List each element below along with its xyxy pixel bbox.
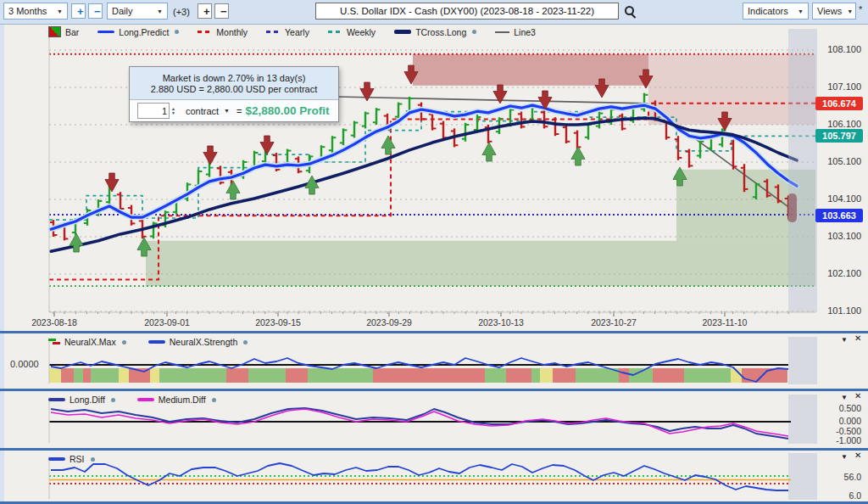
timeframe-select[interactable]: 3 Months ▼: [3, 3, 68, 20]
search-icon[interactable]: [624, 5, 637, 19]
pin-icon[interactable]: *: [859, 4, 862, 14]
legend-label: TCross.Long: [415, 27, 466, 37]
legend-item-yearly[interactable]: Yearly: [266, 27, 309, 37]
legend-item-tcross-long[interactable]: TCross.Long: [394, 27, 476, 37]
price-tick-label: 101.100: [819, 305, 861, 316]
latest-session-highlight: [788, 395, 817, 444]
unit-label: contract: [186, 106, 219, 116]
legend-item-rsi[interactable]: RSI: [48, 454, 95, 464]
legend-item-long-diff[interactable]: Long.Diff: [48, 395, 115, 405]
neuralx-max-bar: [653, 368, 684, 383]
bar-minus-button[interactable]: −: [214, 3, 229, 19]
series-swatch: [394, 30, 411, 34]
date-tick-label: 2023-10-27: [583, 317, 644, 328]
neuralx-max-bar: [226, 368, 248, 383]
indicators-dropdown[interactable]: Indicators ▼: [743, 3, 809, 20]
neuralx-max-bar: [119, 368, 129, 383]
zoom-in-button[interactable]: +: [71, 3, 86, 19]
panel-separator[interactable]: [0, 331, 868, 333]
legend-label: Yearly: [285, 27, 309, 37]
legend-item-weekly[interactable]: Weekly: [328, 27, 376, 37]
legend-item-long-predict[interactable]: Long.Predict: [97, 27, 179, 37]
zoom-out-button[interactable]: −: [88, 3, 103, 19]
symbol-title-field[interactable]: U.S. Dollar IDX - Cash (DXY00) (2023-08-…: [315, 3, 619, 20]
legend-label: NeuralX.Strength: [170, 337, 238, 347]
unit-dropdown-icon[interactable]: ▼: [224, 108, 230, 114]
neuralx-max-bar: [576, 368, 619, 383]
latest-session-highlight: [788, 337, 817, 384]
visibility-dot-icon[interactable]: [472, 30, 476, 34]
buy-arrow-icon: [70, 233, 83, 252]
legend-item-line3[interactable]: Line3: [495, 27, 536, 37]
price-tick-label: 102.100: [819, 268, 861, 278]
legend-label: NeuralX.Max: [64, 337, 116, 347]
panel-separator[interactable]: [0, 389, 868, 391]
sell-arrow-icon: [203, 146, 217, 165]
neuralx-max-bar: [485, 368, 506, 383]
visibility-dot-icon[interactable]: [175, 30, 179, 34]
neuralx-max-bar: [742, 368, 787, 383]
series-swatch: [137, 398, 154, 401]
price-badge: 103.663: [815, 209, 863, 222]
neuralx-max-bar: [159, 368, 226, 383]
visibility-dot-icon[interactable]: [212, 398, 216, 402]
neuralx-max-bar: [49, 368, 61, 383]
buy-arrow-icon: [381, 136, 395, 154]
neuralx-max-bar: [506, 368, 531, 383]
chevron-down-icon: ▼: [57, 8, 63, 14]
legend-item-monthly[interactable]: Monthly: [198, 27, 248, 37]
rsi-collapse-icon[interactable]: ▼: [841, 453, 848, 462]
quantity-value: 1: [162, 106, 167, 116]
latest-session-highlight: [788, 29, 817, 312]
visibility-dot-icon[interactable]: [122, 340, 126, 344]
rsi-tick-label: 56.0: [824, 472, 861, 482]
series-swatch: [48, 398, 65, 401]
series-swatch: [48, 457, 65, 461]
chevron-down-icon: ▼: [798, 8, 804, 14]
neuralx-max-bar: [150, 368, 159, 383]
price-badge: 105.797: [815, 129, 863, 143]
timeframe-value: 3 Months: [8, 6, 47, 16]
spinner-arrows[interactable]: ▲ ▼: [171, 107, 175, 115]
legend-label: Long.Diff: [70, 395, 105, 405]
period-select[interactable]: Daily ▼: [107, 3, 168, 20]
offset-label: (+3): [173, 7, 190, 17]
neuralx-max-bar: [61, 368, 74, 383]
neural-series-icon: [48, 339, 60, 346]
visibility-dot-icon[interactable]: [111, 398, 115, 402]
spinner-down-icon[interactable]: ▼: [171, 111, 175, 115]
diff-collapse-icon[interactable]: ▼: [841, 394, 848, 402]
neuralx-zero-value: 0.0000: [10, 359, 39, 369]
legend-item-medium-diff[interactable]: Medium.Diff: [137, 395, 216, 405]
visibility-dot-icon[interactable]: [91, 457, 95, 462]
sell-arrow-icon: [260, 136, 274, 154]
rsi-close-icon[interactable]: ✕: [854, 451, 861, 460]
date-tick-label: 2023-10-13: [470, 317, 531, 328]
price-tick-label: 106.100: [819, 119, 861, 129]
diff-close-icon[interactable]: ✕: [854, 392, 861, 400]
bar-plus-button[interactable]: +: [198, 3, 212, 19]
resistance-zone: [413, 54, 648, 86]
legend-label: Line3: [514, 27, 536, 37]
quantity-stepper[interactable]: 1: [137, 103, 170, 119]
neuralx-collapse-icon[interactable]: ▼: [841, 336, 848, 344]
toolbar: 3 Months ▼ + − Daily ▼ (+3) + − U.S. Dol…: [0, 0, 868, 25]
date-tick-label: 2023-09-15: [248, 317, 309, 328]
neuralx-close-icon[interactable]: ✕: [854, 334, 861, 343]
diff-tick-label: 0.000: [824, 416, 861, 426]
buy-arrow-icon: [305, 176, 319, 194]
views-dropdown[interactable]: Views ▼: [812, 3, 856, 20]
panel-separator[interactable]: [0, 448, 868, 451]
legend-item-bar[interactable]: Bar: [48, 26, 79, 37]
legend-item-neuralx-max[interactable]: NeuralX.Max: [48, 337, 126, 347]
chart-legend: BarLong.PredictMonthlyYearlyWeeklyTCross…: [48, 26, 536, 37]
price-badge: 106.674: [815, 97, 863, 110]
long-diff-line: [51, 408, 788, 439]
legend-item-neuralx-strength[interactable]: NeuralX.Strength: [148, 337, 248, 347]
legend-label: RSI: [70, 454, 85, 464]
visibility-dot-icon[interactable]: [243, 340, 248, 344]
price-tick-label: 105.100: [819, 156, 861, 166]
neuralx-max-bar: [553, 368, 576, 383]
rsi-legend: RSI: [48, 454, 95, 464]
series-swatch: [148, 340, 165, 344]
